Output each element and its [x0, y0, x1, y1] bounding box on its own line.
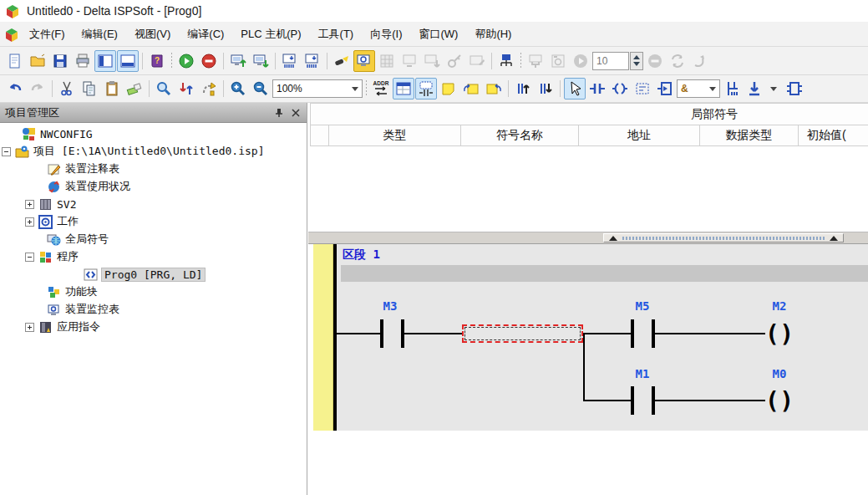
instruction-combobox[interactable]: &: [677, 79, 720, 98]
paste-button[interactable]: [101, 78, 123, 100]
column-initial-value[interactable]: 初始值(: [799, 125, 868, 145]
zoom-out-button[interactable]: [250, 78, 272, 100]
menu-wizard[interactable]: 向导(I): [363, 23, 409, 45]
inhibit-network-button[interactable]: [535, 78, 556, 100]
menu-compile[interactable]: 编译(C): [180, 23, 231, 45]
menu-edit[interactable]: 编辑(E): [74, 23, 125, 45]
collapse-expander-icon[interactable]: [2, 147, 11, 156]
menu-window[interactable]: 窗口(W): [411, 23, 465, 45]
contact-left-bar[interactable]: [631, 386, 634, 415]
column-data-type[interactable]: 数据类型: [700, 125, 799, 145]
insert-fb-call-button[interactable]: [654, 78, 676, 100]
splitter-collapse-bar[interactable]: [603, 233, 844, 242]
simulator-stop-button[interactable]: [198, 50, 220, 72]
tree-item-monitor-table[interactable]: 装置监控表: [0, 301, 307, 318]
column-type[interactable]: 类型: [329, 125, 461, 145]
cycle-count-input[interactable]: [592, 52, 629, 70]
comment-in-button[interactable]: [460, 78, 482, 100]
find-button[interactable]: [153, 78, 175, 100]
new-button[interactable]: [4, 50, 26, 72]
redo-button[interactable]: [27, 78, 48, 100]
zoom-in-button[interactable]: [227, 78, 249, 100]
save-button[interactable]: [49, 50, 71, 72]
help-button[interactable]: ?: [146, 50, 168, 72]
stop-cycle-button[interactable]: [644, 50, 666, 72]
tree-item-device-comment[interactable]: 装置注释表: [0, 161, 307, 177]
download-to-plc-button[interactable]: [250, 50, 272, 72]
line-option-dropdown[interactable]: [766, 79, 783, 98]
expand-expander-icon[interactable]: [25, 217, 34, 227]
insert-branch-button[interactable]: [721, 78, 743, 100]
cut-button[interactable]: [56, 78, 78, 100]
network-comment-band[interactable]: [341, 265, 868, 282]
comment-out-button[interactable]: [483, 78, 505, 100]
simulator-start-button[interactable]: [175, 50, 197, 72]
snapshot-button[interactable]: [547, 50, 569, 72]
menu-tools[interactable]: 工具(T): [311, 23, 362, 45]
address-display-button[interactable]: ADDR: [370, 78, 392, 100]
jump-button[interactable]: [689, 50, 711, 72]
selection-box[interactable]: [462, 324, 583, 343]
pin-icon[interactable]: [273, 107, 285, 119]
collapse-expander-icon[interactable]: [25, 253, 34, 262]
view-project-panel-button[interactable]: [94, 50, 116, 72]
tree-item-function-blocks[interactable]: 功能块: [0, 283, 307, 300]
contact-label[interactable]: M5: [617, 299, 667, 314]
password-button[interactable]: [444, 50, 465, 72]
upload-from-plc-button[interactable]: [227, 50, 249, 72]
insert-instruction-button[interactable]: [632, 78, 653, 100]
monitor-write-button[interactable]: [421, 50, 443, 72]
menu-view[interactable]: 视图(V): [127, 23, 178, 45]
set-plc-button[interactable]: [525, 50, 546, 72]
comment-view-button[interactable]: [415, 78, 437, 100]
device-table-button[interactable]: [376, 50, 398, 72]
torch-check-button[interactable]: [331, 50, 353, 72]
insert-contact-button[interactable]: [586, 78, 608, 100]
insert-function-block-button[interactable]: [784, 78, 805, 100]
coil-label[interactable]: M0: [754, 367, 805, 382]
goto-button[interactable]: [198, 78, 220, 100]
tree-item-programs[interactable]: 程序: [0, 248, 307, 265]
insert-coil-button[interactable]: [609, 78, 631, 100]
select-tool-button[interactable]: [564, 78, 586, 100]
ladder-editor[interactable]: 区段 1 M3 M5 () M2 M1 () M0: [313, 244, 868, 431]
menu-file[interactable]: 文件(F): [22, 23, 73, 45]
tree-item-device-usage[interactable]: 装置使用状况: [0, 178, 307, 195]
tree-item-tasks[interactable]: 工作: [0, 213, 307, 230]
monitor-pause-button[interactable]: [398, 50, 420, 72]
copy-button[interactable]: [79, 78, 100, 100]
tree-item-prog0[interactable]: Prog0 [PRG, LD]: [0, 266, 307, 283]
comment-note-button[interactable]: [438, 78, 459, 100]
coil[interactable]: (): [765, 385, 794, 416]
undo-button[interactable]: [4, 78, 26, 100]
network-margin[interactable]: [313, 244, 333, 431]
refresh-button[interactable]: [667, 50, 688, 72]
tree-item-global-symbols[interactable]: 全局符号: [0, 231, 307, 248]
close-icon[interactable]: [290, 107, 302, 119]
edit-value-button[interactable]: [466, 50, 488, 72]
transfer-out-button[interactable]: [279, 50, 301, 72]
column-address[interactable]: 地址: [579, 125, 700, 145]
open-button[interactable]: [27, 50, 48, 72]
network-label[interactable]: 区段 1: [343, 248, 380, 263]
erase-button[interactable]: [124, 78, 145, 100]
insert-vertical-line-button[interactable]: [744, 78, 765, 100]
tree-item-nwconfig[interactable]: NWCONFIG: [0, 125, 307, 142]
tree-item-plc-type[interactable]: SV2: [0, 196, 307, 212]
symbol-table-view-button[interactable]: [393, 78, 414, 100]
run-step-button[interactable]: [570, 50, 591, 72]
menu-help[interactable]: 帮助(H): [467, 23, 519, 45]
pane-splitter[interactable]: [308, 232, 868, 244]
coil-label[interactable]: M2: [754, 299, 805, 314]
column-symbol-name[interactable]: 符号名称: [461, 125, 579, 145]
activate-network-button[interactable]: [512, 78, 534, 100]
online-mode-button[interactable]: [353, 50, 375, 72]
network-config-button[interactable]: [495, 50, 517, 72]
zoom-level-combobox[interactable]: 100%: [272, 79, 363, 98]
contact-left-bar[interactable]: [380, 319, 383, 348]
tree-item-project[interactable]: 项目 [E:\1A\Untitled0\Untitled0.isp]: [0, 143, 307, 160]
contact-left-bar[interactable]: [631, 319, 634, 348]
coil[interactable]: (): [765, 319, 794, 349]
contact-label[interactable]: M1: [617, 367, 667, 382]
expand-expander-icon[interactable]: [25, 200, 34, 209]
